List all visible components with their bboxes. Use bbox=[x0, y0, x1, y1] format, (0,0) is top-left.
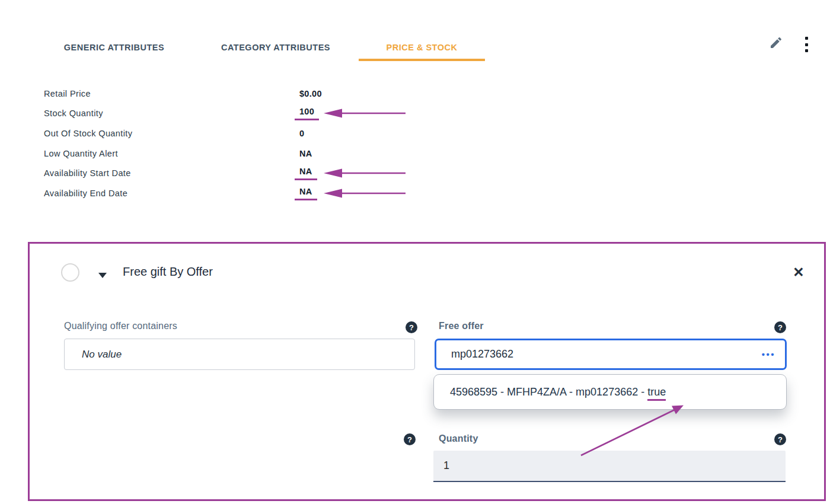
price-stock-attribute-list: Retail Price $0.00 Stock Quantity 100 Ou… bbox=[44, 84, 435, 203]
attribute-label: Stock Quantity bbox=[44, 109, 299, 118]
attribute-value: 0 bbox=[299, 129, 304, 138]
help-icon-left-quantity[interactable]: ? bbox=[404, 433, 416, 445]
help-icon-free-offer[interactable]: ? bbox=[774, 321, 786, 333]
free-offer-label: Free offer bbox=[439, 321, 484, 331]
free-gift-by-offer-panel: Free gift By Offer ✕ Qualifying offer co… bbox=[28, 242, 826, 501]
qualifying-offer-containers-label: Qualifying offer containers bbox=[64, 321, 177, 331]
attribute-label: Low Quantity Alert bbox=[44, 149, 299, 158]
help-icon-qualifying[interactable]: ? bbox=[406, 321, 417, 333]
attribute-value: $0.00 bbox=[299, 89, 322, 98]
suggestion-prefix: 45968595 - MFHP4ZA/A - mp01273662 - bbox=[450, 386, 647, 398]
attribute-value-highlighted: NA bbox=[295, 166, 317, 180]
panel-radio-button[interactable] bbox=[61, 263, 79, 282]
tab-price-stock[interactable]: PRICE & STOCK bbox=[359, 37, 485, 61]
pencil-icon bbox=[769, 42, 783, 52]
suggestion-text: 45968595 - MFHP4ZA/A - mp01273662 - true bbox=[450, 386, 666, 398]
product-price-stock-page: { "tabs": { "items": [ { "label": "GENER… bbox=[0, 0, 830, 504]
attribute-row-availability-start-date: Availability Start Date NA bbox=[44, 163, 435, 183]
tab-bar: GENERIC ATTRIBUTES CATEGORY ATTRIBUTES P… bbox=[0, 37, 830, 62]
ellipsis-browse-icon[interactable]: ••• bbox=[762, 349, 775, 359]
attribute-row-out-of-stock-quantity: Out Of Stock Quantity 0 bbox=[44, 123, 435, 143]
tab-generic-attributes[interactable]: GENERIC ATTRIBUTES bbox=[50, 37, 178, 61]
tab-category-attributes[interactable]: CATEGORY ATTRIBUTES bbox=[205, 37, 347, 61]
attribute-label: Availability Start Date bbox=[44, 168, 299, 178]
free-offer-input-value: mp01273662 bbox=[451, 348, 513, 361]
kebab-dot bbox=[805, 43, 808, 46]
kebab-dot bbox=[805, 49, 808, 52]
attribute-label: Out Of Stock Quantity bbox=[44, 129, 299, 138]
attribute-row-low-quantity-alert: Low Quantity Alert NA bbox=[44, 143, 435, 164]
help-icon-quantity[interactable]: ? bbox=[774, 433, 786, 445]
attribute-value-highlighted: NA bbox=[295, 186, 317, 200]
kebab-dot bbox=[805, 37, 808, 40]
kebab-menu-button[interactable] bbox=[805, 37, 808, 52]
attribute-row-stock-quantity: Stock Quantity 100 bbox=[44, 104, 435, 124]
quantity-input[interactable]: 1 bbox=[433, 451, 786, 482]
free-offer-input[interactable]: mp01273662 ••• bbox=[435, 339, 787, 370]
attribute-row-retail-price: Retail Price $0.00 bbox=[44, 84, 435, 104]
attribute-row-availability-end-date: Availability End Date NA bbox=[44, 183, 435, 203]
panel-title: Free gift By Offer bbox=[123, 265, 213, 279]
caret-down-icon[interactable] bbox=[98, 273, 107, 278]
suggestion-highlight-true: true bbox=[647, 386, 666, 401]
edit-button[interactable] bbox=[769, 36, 784, 51]
attribute-label: Retail Price bbox=[44, 89, 299, 98]
quantity-label: Quantity bbox=[439, 433, 478, 444]
qualifying-offer-containers-input[interactable]: No value bbox=[64, 339, 415, 370]
free-offer-suggestion-option[interactable]: 45968595 - MFHP4ZA/A - mp01273662 - true bbox=[433, 374, 787, 410]
attribute-value: NA bbox=[299, 149, 312, 158]
close-icon[interactable]: ✕ bbox=[790, 263, 807, 281]
attribute-label: Availability End Date bbox=[44, 189, 299, 198]
attribute-value-highlighted: 100 bbox=[295, 106, 319, 120]
